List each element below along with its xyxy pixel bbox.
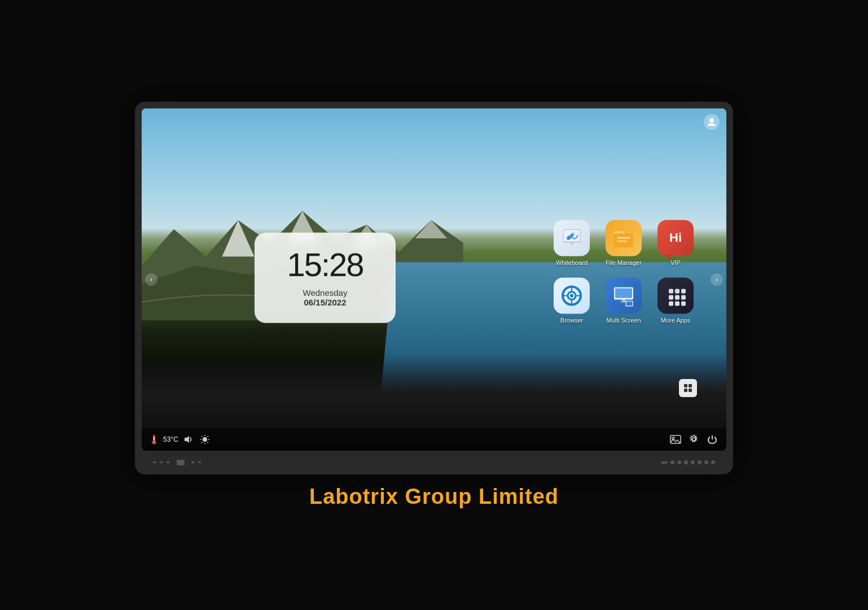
bezel-dot-5 — [198, 461, 201, 463]
svg-line-52 — [207, 442, 208, 443]
settings-icon[interactable] — [689, 434, 699, 445]
clock-widget: 15:28 Wednesday 06/15/2022 — [255, 232, 396, 323]
app-more-apps[interactable]: More Apps — [653, 277, 698, 328]
status-right — [670, 434, 717, 445]
svg-rect-41 — [689, 389, 692, 392]
filemanager-icon-img — [606, 220, 642, 256]
bezel-right-dot-6 — [698, 460, 702, 464]
svg-rect-36 — [675, 301, 680, 306]
browser-icon-img — [554, 277, 590, 313]
brightness-icon[interactable] — [200, 434, 210, 445]
svg-rect-28 — [620, 301, 627, 302]
svg-rect-14 — [617, 237, 630, 238]
thermometer-icon — [151, 434, 157, 445]
monitor-bottom-bezel — [142, 451, 726, 474]
bezel-right-dot-2 — [670, 460, 674, 464]
svg-point-43 — [152, 440, 156, 444]
clock-date: 06/15/2022 — [271, 297, 379, 307]
app-whiteboard[interactable]: Whiteboard — [549, 220, 594, 271]
svg-rect-34 — [681, 295, 686, 299]
bezel-right-dot-7 — [704, 460, 708, 464]
svg-rect-33 — [675, 295, 680, 299]
photo-icon[interactable] — [670, 434, 681, 445]
screen: ‹ › 15:28 Wednesday 06/15/2022 — [142, 108, 726, 451]
status-bar: 53°C — [142, 428, 726, 451]
left-arrow[interactable]: ‹ — [145, 273, 157, 286]
multiscreen-icon-img — [606, 277, 642, 313]
bezel-right-dot-3 — [677, 460, 681, 464]
vip-bubble: Hi — [657, 220, 694, 256]
svg-rect-39 — [689, 384, 692, 387]
vip-hi-text: Hi — [669, 230, 682, 245]
app-vip[interactable]: Hi VIP — [653, 220, 698, 271]
svg-point-46 — [203, 437, 207, 442]
bezel-dot-3 — [166, 461, 170, 463]
outer-wrapper: ‹ › 15:28 Wednesday 06/15/2022 — [135, 102, 733, 509]
clock-day: Wednesday — [271, 287, 379, 297]
svg-point-18 — [570, 294, 573, 297]
svg-rect-38 — [684, 384, 687, 387]
status-left: 53°C — [151, 434, 210, 445]
svg-point-6 — [709, 118, 714, 123]
moreapps-icon-img — [657, 277, 694, 313]
vip-label: VIP — [670, 259, 681, 266]
app-file-manager[interactable]: File Manager — [601, 220, 646, 271]
power-icon[interactable] — [707, 434, 717, 445]
app-multi-screen[interactable]: Multi Screen — [601, 277, 646, 328]
bezel-left-controls — [153, 460, 201, 465]
clock-time: 15:28 — [271, 248, 379, 281]
svg-rect-30 — [675, 289, 680, 293]
browser-label: Browser — [560, 317, 583, 324]
temperature-text: 53°C — [163, 435, 178, 443]
svg-rect-40 — [684, 389, 687, 392]
user-icon[interactable] — [704, 114, 720, 130]
brand-text: Labotrix Group Limited — [309, 485, 559, 509]
multiscreen-label: Multi Screen — [606, 317, 641, 324]
bezel-dot-4 — [191, 461, 195, 463]
bezel-right-dot-8 — [711, 460, 715, 464]
svg-rect-26 — [626, 301, 633, 305]
svg-rect-35 — [669, 301, 673, 306]
vip-icon-img: Hi — [657, 220, 694, 256]
svg-rect-31 — [681, 289, 686, 293]
svg-rect-9 — [570, 242, 573, 245]
svg-line-54 — [201, 442, 203, 443]
svg-rect-27 — [622, 299, 625, 301]
svg-rect-32 — [669, 295, 673, 299]
bezel-right-dot-1 — [661, 461, 668, 464]
svg-line-51 — [201, 436, 203, 437]
filemanager-label: File Manager — [606, 259, 642, 266]
bezel-right-dot-5 — [691, 460, 695, 464]
svg-rect-37 — [681, 301, 686, 306]
whiteboard-icon-img — [554, 220, 590, 256]
bezel-right-dot-4 — [684, 460, 688, 464]
bezel-dot-1 — [153, 461, 156, 463]
svg-line-53 — [207, 436, 208, 437]
svg-rect-24 — [615, 288, 632, 298]
moreapps-label: More Apps — [661, 317, 691, 324]
bezel-dot-2 — [160, 461, 163, 463]
svg-rect-29 — [669, 289, 673, 293]
monitor-frame: ‹ › 15:28 Wednesday 06/15/2022 — [135, 102, 733, 474]
volume-icon[interactable] — [184, 435, 194, 444]
floating-button[interactable] — [679, 379, 697, 397]
right-arrow[interactable]: › — [711, 273, 723, 286]
bezel-right-indicators — [661, 460, 715, 464]
app-grid: Whiteboard File Manager — [549, 220, 698, 328]
app-browser[interactable]: Browser — [549, 277, 594, 328]
svg-marker-45 — [185, 436, 189, 443]
svg-rect-15 — [617, 240, 627, 242]
whiteboard-label: Whiteboard — [556, 259, 588, 266]
bezel-square — [177, 460, 185, 465]
